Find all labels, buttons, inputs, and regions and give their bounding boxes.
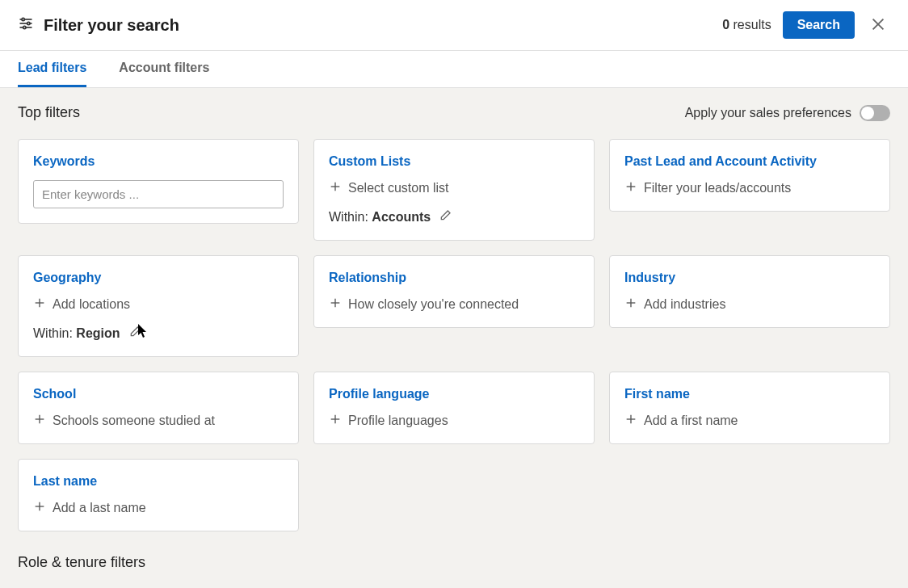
filter-header: Filter your search 0 results Search	[0, 0, 908, 51]
within-value: Region	[76, 326, 120, 340]
svg-point-3	[27, 22, 30, 24]
results-label: results	[734, 18, 771, 32]
close-button[interactable]	[866, 12, 890, 39]
geography-action-label: Add locations	[53, 297, 130, 312]
industry-action[interactable]: Add industries	[624, 296, 725, 313]
card-title-past-activity: Past Lead and Account Activity	[624, 154, 875, 169]
plus-icon	[329, 180, 342, 196]
card-relationship: Relationship How closely you're connecte…	[313, 255, 595, 328]
within-value: Accounts	[372, 210, 431, 224]
plus-icon	[624, 413, 637, 429]
card-title-keywords: Keywords	[33, 154, 284, 169]
plus-icon	[33, 500, 46, 516]
profile-language-action[interactable]: Profile languages	[329, 413, 448, 429]
geography-within: Within: Region	[33, 326, 284, 342]
plus-icon	[624, 296, 637, 313]
within-label: Within:	[329, 210, 368, 224]
first-name-action[interactable]: Add a first name	[624, 413, 738, 429]
preferences-toggle[interactable]	[860, 105, 890, 121]
card-title-industry: Industry	[624, 271, 875, 285]
card-title-first-name: First name	[624, 387, 875, 401]
plus-icon	[624, 180, 637, 196]
school-action[interactable]: Schools someone studied at	[33, 413, 215, 429]
card-past-activity: Past Lead and Account Activity Filter yo…	[609, 139, 890, 212]
card-title-geography: Geography	[33, 271, 284, 285]
role-tenure-title: Role & tenure filters	[18, 554, 890, 571]
toggle-knob	[861, 107, 874, 120]
card-profile-language: Profile language Profile languages	[313, 372, 595, 444]
card-title-profile-language: Profile language	[329, 387, 579, 401]
top-filters-title: Top filters	[18, 104, 80, 121]
header-right: 0 results Search	[722, 11, 890, 39]
filter-grid: Keywords Custom Lists Select custom list…	[18, 139, 890, 531]
past-activity-action-label: Filter your leads/accounts	[644, 181, 791, 195]
filter-tabs: Lead filters Account filters	[0, 51, 908, 88]
edit-icon[interactable]	[128, 326, 141, 342]
card-keywords: Keywords	[18, 139, 299, 224]
card-title-custom-lists: Custom Lists	[329, 154, 579, 169]
edit-icon[interactable]	[439, 209, 452, 225]
industry-action-label: Add industries	[644, 297, 725, 312]
card-custom-lists: Custom Lists Select custom list Within: …	[313, 139, 595, 241]
preferences-toggle-group: Apply your sales preferences	[685, 105, 890, 121]
filter-settings-icon	[18, 15, 34, 35]
custom-lists-within: Within: Accounts	[329, 209, 579, 225]
results-text: 0 results	[722, 18, 771, 32]
plus-icon	[329, 296, 342, 313]
card-first-name: First name Add a first name	[609, 372, 890, 444]
geography-action[interactable]: Add locations	[33, 296, 130, 313]
first-name-action-label: Add a first name	[644, 414, 738, 428]
plus-icon	[33, 413, 46, 429]
profile-language-action-label: Profile languages	[348, 414, 448, 428]
preferences-label: Apply your sales preferences	[685, 106, 851, 120]
section-header: Top filters Apply your sales preferences	[18, 104, 890, 121]
last-name-action[interactable]: Add a last name	[33, 500, 146, 516]
results-count: 0	[722, 18, 729, 32]
svg-point-1	[22, 18, 24, 20]
past-activity-action[interactable]: Filter your leads/accounts	[624, 180, 791, 196]
keywords-input[interactable]	[33, 180, 284, 208]
card-last-name: Last name Add a last name	[18, 459, 299, 531]
relationship-action-label: How closely you're connected	[348, 297, 519, 312]
custom-lists-action-label: Select custom list	[348, 181, 448, 195]
plus-icon	[329, 413, 342, 429]
relationship-action[interactable]: How closely you're connected	[329, 296, 519, 313]
card-school: School Schools someone studied at	[18, 372, 299, 444]
card-geography: Geography Add locations Within: Region	[18, 255, 299, 357]
filter-content: Top filters Apply your sales preferences…	[0, 88, 908, 588]
school-action-label: Schools someone studied at	[53, 414, 215, 428]
select-custom-list-action[interactable]: Select custom list	[329, 180, 448, 196]
tab-account-filters[interactable]: Account filters	[119, 51, 209, 87]
plus-icon	[33, 296, 46, 313]
card-industry: Industry Add industries	[609, 255, 890, 328]
close-icon	[869, 15, 887, 36]
header-left: Filter your search	[18, 15, 179, 35]
svg-point-5	[23, 26, 26, 28]
card-title-relationship: Relationship	[329, 271, 579, 285]
card-title-school: School	[33, 387, 284, 401]
page-title: Filter your search	[44, 16, 179, 35]
card-title-last-name: Last name	[33, 474, 284, 489]
within-label: Within:	[33, 326, 73, 340]
tab-lead-filters[interactable]: Lead filters	[18, 51, 86, 87]
search-button[interactable]: Search	[783, 11, 855, 39]
last-name-action-label: Add a last name	[53, 501, 146, 515]
